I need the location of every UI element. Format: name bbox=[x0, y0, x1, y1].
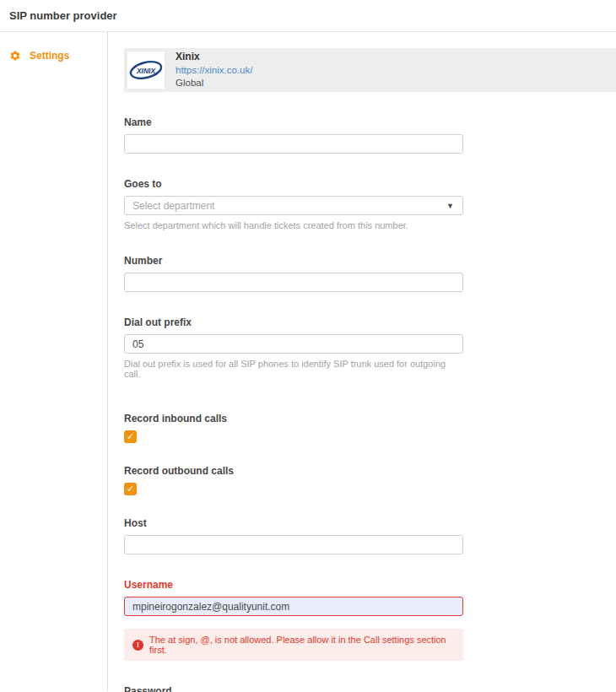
record-inbound-checkbox[interactable]: ✓ bbox=[124, 430, 137, 443]
dial-out-prefix-label: Dial out prefix bbox=[124, 316, 463, 328]
page-title: SIP number provider bbox=[9, 9, 117, 22]
username-input[interactable] bbox=[124, 597, 463, 616]
provider-url-link[interactable]: https://xinix.co.uk/ bbox=[176, 64, 252, 77]
name-label: Name bbox=[124, 116, 463, 128]
provider-region: Global bbox=[176, 77, 252, 89]
goes-to-helper-text: Select department which will handle tick… bbox=[124, 220, 463, 230]
host-input[interactable] bbox=[124, 535, 463, 554]
chevron-down-icon: ▼ bbox=[446, 201, 454, 209]
provider-card: XINIX Xinix https://xinix.co.uk/ Global bbox=[124, 48, 616, 92]
username-label: Username bbox=[124, 579, 463, 591]
sidebar-item-settings[interactable]: Settings bbox=[0, 46, 107, 65]
page-header: SIP number provider bbox=[0, 0, 616, 32]
xinix-logo-text: XINIX bbox=[136, 67, 157, 75]
provider-logo: XINIX bbox=[127, 51, 165, 89]
name-field-group: Name bbox=[124, 116, 463, 154]
xinix-logo-icon: XINIX bbox=[128, 57, 164, 83]
number-field-group: Number bbox=[124, 255, 463, 292]
goes-to-placeholder: Select department bbox=[132, 200, 214, 212]
record-outbound-label: Record outbound calls bbox=[124, 465, 463, 477]
record-outbound-checkbox[interactable]: ✓ bbox=[124, 483, 137, 495]
checkmark-icon: ✓ bbox=[127, 432, 134, 441]
number-input[interactable] bbox=[124, 273, 463, 292]
sip-provider-form: Name Goes to Select department ▼ Select … bbox=[124, 116, 463, 692]
error-icon: ! bbox=[132, 640, 143, 651]
host-label: Host bbox=[124, 517, 463, 529]
record-inbound-group: Record inbound calls ✓ bbox=[124, 413, 463, 443]
record-inbound-label: Record inbound calls bbox=[124, 413, 463, 424]
dial-out-prefix-field-group: Dial out prefix Dial out prefix is used … bbox=[124, 316, 463, 379]
username-error-message: The at sign, @, is not allowed. Please a… bbox=[149, 635, 455, 655]
record-outbound-group: Record outbound calls ✓ bbox=[124, 465, 463, 495]
goes-to-field-group: Goes to Select department ▼ Select depar… bbox=[124, 178, 463, 230]
number-label: Number bbox=[124, 255, 463, 267]
name-input[interactable] bbox=[124, 134, 463, 154]
sidebar: Settings bbox=[0, 32, 108, 691]
host-field-group: Host bbox=[124, 517, 463, 554]
username-field-group: Username ! The at sign, @, is not allowe… bbox=[124, 579, 463, 661]
checkmark-icon: ✓ bbox=[127, 484, 134, 494]
sidebar-item-label: Settings bbox=[30, 50, 69, 62]
dial-out-prefix-helper-text: Dial out prefix is used for all SIP phon… bbox=[124, 359, 463, 379]
password-field-group: Password bbox=[124, 685, 463, 692]
username-error: ! The at sign, @, is not allowed. Please… bbox=[124, 629, 463, 661]
goes-to-label: Goes to bbox=[124, 178, 463, 190]
dial-out-prefix-input[interactable] bbox=[124, 334, 463, 354]
goes-to-select[interactable]: Select department ▼ bbox=[124, 196, 463, 215]
password-label: Password bbox=[124, 685, 463, 692]
gear-icon bbox=[9, 50, 21, 62]
provider-name: Xinix bbox=[176, 51, 252, 64]
main-content: XINIX Xinix https://xinix.co.uk/ Global … bbox=[108, 32, 616, 691]
